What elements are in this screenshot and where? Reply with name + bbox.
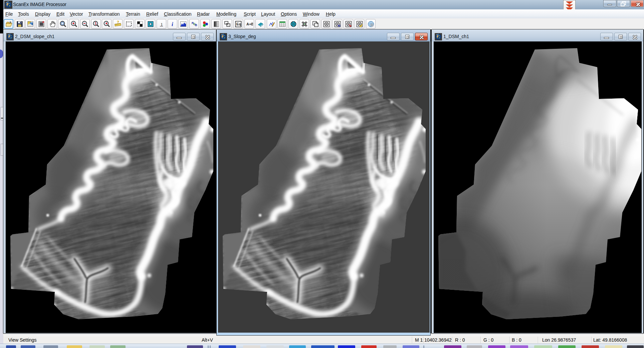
svg-text:A+B: A+B [246,22,253,26]
svg-text:i: i [172,21,173,27]
svg-text:B: B [195,23,197,27]
svg-text:Eq: Eq [236,22,241,26]
svg-text:M: M [338,24,341,27]
svg-text:1: 1 [161,22,163,27]
svg-text:?: ? [117,20,119,24]
svg-text:1: 1 [95,22,97,25]
